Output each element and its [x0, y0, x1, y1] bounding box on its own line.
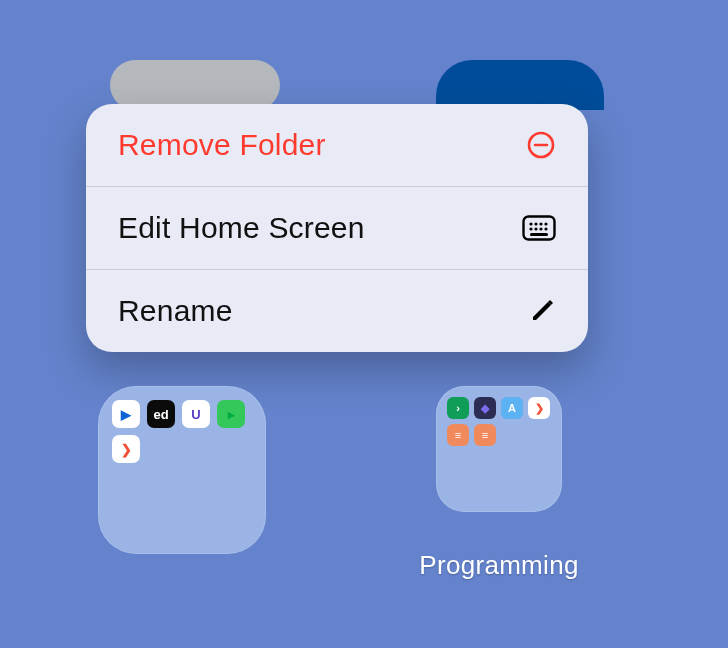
svg-rect-11: [530, 233, 548, 236]
svg-point-5: [539, 222, 542, 225]
mini-app-icon: ›: [447, 397, 469, 419]
mini-app-icon: ≡: [474, 424, 496, 446]
svg-point-8: [534, 227, 537, 230]
svg-point-3: [529, 222, 532, 225]
mini-app-icon: ≡: [447, 424, 469, 446]
remove-icon: [526, 130, 556, 160]
mini-app-icon: ed: [147, 400, 175, 428]
folder-unnamed[interactable]: ▶edU▸❯: [98, 386, 266, 554]
folder-app-grid: ›◆A❯≡≡: [436, 386, 562, 457]
folder-behind-left: [110, 60, 280, 110]
mini-app-icon: ❯: [112, 435, 140, 463]
menu-item-rename[interactable]: Rename: [86, 269, 588, 352]
folder-programming[interactable]: ›◆A❯≡≡: [436, 386, 562, 512]
menu-item-remove-folder[interactable]: Remove Folder: [86, 104, 588, 186]
svg-point-4: [534, 222, 537, 225]
app-grid-icon: [522, 215, 556, 241]
svg-point-9: [539, 227, 542, 230]
svg-point-6: [544, 222, 547, 225]
folder-app-grid: ▶edU▸❯: [98, 386, 266, 477]
mini-app-icon: ◆: [474, 397, 496, 419]
pencil-icon: [528, 297, 556, 325]
svg-point-7: [529, 227, 532, 230]
folder-label-programming: Programming: [406, 550, 592, 581]
mini-app-icon: ❯: [528, 397, 550, 419]
mini-app-icon: A: [501, 397, 523, 419]
menu-item-label: Remove Folder: [118, 128, 326, 162]
mini-app-icon: ▶: [112, 400, 140, 428]
svg-point-10: [544, 227, 547, 230]
mini-app-icon: U: [182, 400, 210, 428]
svg-rect-2: [524, 217, 555, 240]
folder-context-menu: Remove Folder Edit Home Screen Rename: [86, 104, 588, 352]
mini-app-icon: ▸: [217, 400, 245, 428]
menu-item-label: Rename: [118, 294, 233, 328]
folder-behind-right: [436, 60, 604, 110]
menu-item-edit-home-screen[interactable]: Edit Home Screen: [86, 186, 588, 269]
menu-item-label: Edit Home Screen: [118, 211, 365, 245]
